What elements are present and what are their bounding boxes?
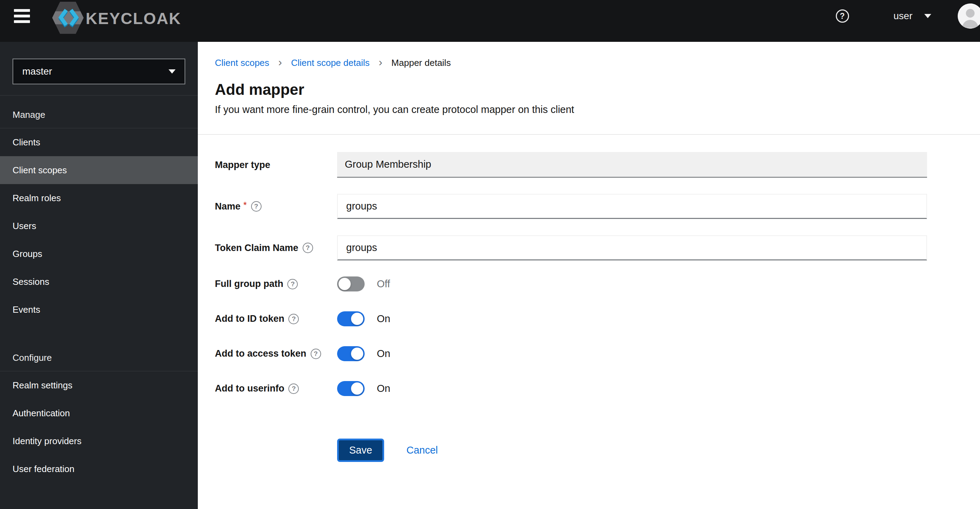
sidebar-item-user-federation[interactable]: User federation xyxy=(0,455,198,483)
token-claim-name-input[interactable] xyxy=(337,235,927,260)
breadcrumb-client-scopes[interactable]: Client scopes xyxy=(215,57,269,68)
form-row-mapper-type: Mapper type Group Membership xyxy=(215,152,980,178)
toggle-state-label: On xyxy=(377,313,390,325)
add-to-access-token-toggle[interactable] xyxy=(337,346,364,361)
realm-switcher[interactable]: master xyxy=(13,59,185,85)
mapper-type-label: Mapper type xyxy=(215,160,270,171)
current-realm-label: master xyxy=(22,66,52,77)
username-label: user xyxy=(894,10,912,22)
keycloak-logo[interactable]: KEYCLOAK xyxy=(47,1,181,36)
breadcrumb-separator-icon: › xyxy=(278,56,282,69)
breadcrumb: Client scopes › Client scope details › M… xyxy=(215,56,959,69)
sidebar-item-sessions[interactable]: Sessions xyxy=(0,268,198,296)
breadcrumb-separator-icon: › xyxy=(379,56,382,69)
nav-section-title: Configure xyxy=(0,338,198,371)
question-circle-icon[interactable]: ? xyxy=(303,243,313,253)
nav-group-manage: Manage Clients Client scopes Realm roles… xyxy=(0,96,198,324)
sidebar-item-clients[interactable]: Clients xyxy=(0,128,198,156)
sidebar: master Manage Clients Client scopes Real… xyxy=(0,42,198,509)
nav-group-configure: Configure Realm settings Authentication … xyxy=(0,338,198,483)
token-claim-name-label: Token Claim Name xyxy=(215,243,299,254)
masthead-right: ? user xyxy=(836,3,980,29)
name-label: Name xyxy=(215,201,241,212)
form-row-add-to-userinfo: Add to userinfo ? On xyxy=(215,381,980,396)
keycloak-hexagon-icon xyxy=(47,1,89,36)
sidebar-item-realm-settings[interactable]: Realm settings xyxy=(0,371,198,399)
realm-switcher-block: master xyxy=(0,42,198,96)
cancel-button[interactable]: Cancel xyxy=(406,445,438,456)
toggle-state-label: On xyxy=(377,348,390,359)
form-row-name: Name * ? xyxy=(215,194,980,219)
breadcrumb-client-scope-details[interactable]: Client scope details xyxy=(291,57,369,68)
form-row-add-to-access-token: Add to access token ? On xyxy=(215,346,980,361)
add-to-userinfo-toggle[interactable] xyxy=(337,381,364,396)
add-to-access-token-label: Add to access token xyxy=(215,348,307,359)
nav-section-title: Manage xyxy=(0,96,198,128)
sidebar-item-authentication[interactable]: Authentication xyxy=(0,399,198,427)
chevron-down-icon xyxy=(924,14,931,18)
sidebar-item-users[interactable]: Users xyxy=(0,212,198,240)
full-group-path-toggle[interactable] xyxy=(337,276,364,292)
toggle-state-label: On xyxy=(377,383,390,394)
add-to-id-token-toggle[interactable] xyxy=(337,311,364,326)
keycloak-admin-console: KEYCLOAK ? user master xyxy=(0,0,980,509)
question-circle-icon[interactable]: ? xyxy=(288,314,299,324)
content: Client scopes › Client scope details › M… xyxy=(198,42,980,509)
mapper-type-field: Group Membership xyxy=(337,152,927,178)
add-to-userinfo-label: Add to userinfo xyxy=(215,383,284,394)
page-subtitle: If you want more fine-grain control, you… xyxy=(215,104,959,134)
add-to-id-token-label: Add to ID token xyxy=(215,313,284,324)
toggle-state-label: Off xyxy=(377,278,390,290)
form-actions: Save Cancel xyxy=(215,439,980,483)
question-circle-icon[interactable]: ? xyxy=(311,349,321,359)
main-frame: master Manage Clients Client scopes Real… xyxy=(0,42,980,509)
sidebar-item-client-scopes[interactable]: Client scopes xyxy=(0,156,198,184)
save-button[interactable]: Save xyxy=(337,439,384,462)
add-mapper-form: Mapper type Group Membership Name * ? xyxy=(198,134,980,483)
brand-name: KEYCLOAK xyxy=(86,9,181,28)
help-icon[interactable]: ? xyxy=(836,10,849,23)
page-header: Client scopes › Client scope details › M… xyxy=(198,42,980,134)
avatar[interactable] xyxy=(958,3,980,29)
form-row-add-to-id-token: Add to ID token ? On xyxy=(215,311,980,326)
question-circle-icon[interactable]: ? xyxy=(287,279,298,289)
page-title: Add mapper xyxy=(215,81,959,98)
question-circle-icon[interactable]: ? xyxy=(251,201,261,212)
user-menu[interactable]: user xyxy=(894,10,931,22)
masthead: KEYCLOAK ? user xyxy=(0,0,980,42)
sidebar-item-identity-providers[interactable]: Identity providers xyxy=(0,427,198,455)
full-group-path-label: Full group path xyxy=(215,279,283,289)
sidebar-item-groups[interactable]: Groups xyxy=(0,240,198,268)
hamburger-menu-icon[interactable] xyxy=(14,9,30,23)
question-circle-icon[interactable]: ? xyxy=(288,383,299,394)
name-input[interactable] xyxy=(337,194,927,219)
required-asterisk: * xyxy=(243,200,247,211)
sidebar-item-events[interactable]: Events xyxy=(0,296,198,324)
breadcrumb-current: Mapper details xyxy=(391,57,451,68)
chevron-down-icon xyxy=(169,69,175,73)
sidebar-item-realm-roles[interactable]: Realm roles xyxy=(0,184,198,212)
form-row-token-claim-name: Token Claim Name ? xyxy=(215,235,980,260)
form-row-full-group-path: Full group path ? Off xyxy=(215,276,980,292)
